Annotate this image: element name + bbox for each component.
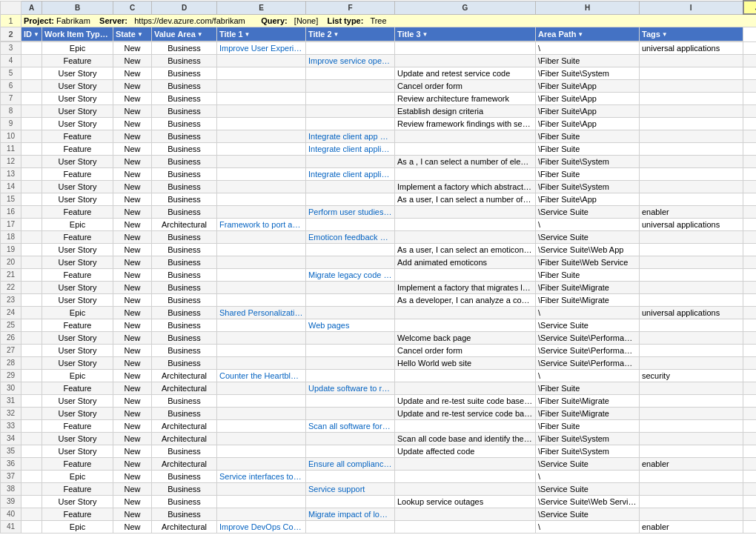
cell-title3[interactable] [395, 457, 536, 470]
cell-title3[interactable] [395, 142, 536, 155]
cell-title1[interactable] [217, 407, 306, 419]
cell-title1[interactable] [217, 508, 306, 520]
cell-title3[interactable] [395, 482, 536, 495]
cell-title1[interactable] [217, 130, 306, 142]
cell-title2[interactable] [306, 92, 395, 104]
cell-title2[interactable] [306, 193, 395, 205]
cell-title1[interactable] [217, 356, 306, 369]
cell-title2[interactable]: Integrate client application with popula… [306, 167, 395, 180]
cell-title1[interactable] [217, 54, 306, 67]
cell-id[interactable] [21, 193, 42, 205]
cell-title2[interactable] [306, 520, 395, 533]
cell-title3[interactable] [395, 167, 536, 180]
cell-title3[interactable] [395, 369, 536, 382]
filter-arrow-t1[interactable]: ▼ [245, 31, 251, 38]
cell-title3[interactable]: Implement a factory that migrates legacy… [395, 281, 536, 293]
cell-title3[interactable]: As a , I can select a number of elements [395, 155, 536, 167]
header-tags[interactable]: Tags▼ [640, 27, 743, 41]
cell-title3[interactable]: Update affected code [395, 445, 536, 457]
cell-title1[interactable] [217, 268, 306, 281]
cell-title3[interactable]: As a developer, I can analyze a code bas… [395, 293, 536, 306]
filter-arrow-ap[interactable]: ▼ [577, 31, 583, 38]
cell-title3[interactable] [395, 41, 536, 54]
cell-title1[interactable] [217, 205, 306, 218]
cell-title3[interactable] [395, 470, 536, 482]
cell-title1[interactable] [217, 180, 306, 193]
col-header-f[interactable]: F [306, 1, 395, 14]
cell-title1[interactable] [217, 319, 306, 331]
cell-id[interactable] [21, 67, 42, 79]
cell-title1[interactable] [217, 457, 306, 470]
cell-title2[interactable]: Integrate client application [306, 142, 395, 155]
cell-title3[interactable]: Scan all code base and identify the affe… [395, 432, 536, 445]
cell-title1[interactable] [217, 344, 306, 356]
cell-id[interactable] [21, 495, 42, 508]
cell-title1[interactable] [217, 293, 306, 306]
cell-title2[interactable]: Integrate client app with IM clients [306, 130, 395, 142]
cell-title3[interactable]: Update and retest service code [395, 67, 536, 79]
cell-title1[interactable] [217, 117, 306, 130]
cell-title2[interactable] [306, 394, 395, 407]
cell-id[interactable] [21, 369, 42, 382]
col-header-h[interactable]: H [536, 1, 640, 14]
filter-arrow-id[interactable]: ▼ [33, 31, 39, 38]
cell-title2[interactable] [306, 344, 395, 356]
cell-id[interactable] [21, 256, 42, 268]
filter-arrow-va[interactable]: ▼ [197, 31, 203, 38]
cell-title3[interactable] [395, 268, 536, 281]
cell-title2[interactable]: Web pages [306, 319, 395, 331]
cell-title1[interactable] [217, 67, 306, 79]
cell-title3[interactable]: As a user, I can select an emoticon and … [395, 243, 536, 256]
col-header-e[interactable]: E [217, 1, 306, 14]
filter-arrow-state[interactable]: ▼ [137, 31, 143, 38]
cell-title2[interactable]: Improve service operations [306, 54, 395, 67]
cell-title3[interactable] [395, 520, 536, 533]
cell-id[interactable] [21, 155, 42, 167]
cell-title1[interactable] [217, 92, 306, 104]
cell-title2[interactable] [306, 67, 395, 79]
cell-id[interactable] [21, 445, 42, 457]
cell-title3[interactable]: Hello World web site [395, 356, 536, 369]
cell-title3[interactable]: Welcome back page [395, 331, 536, 344]
cell-title3[interactable]: Update and re-test service code based af… [395, 407, 536, 419]
cell-title3[interactable] [395, 205, 536, 218]
col-header-d[interactable]: D [152, 1, 217, 14]
cell-id[interactable] [21, 218, 42, 230]
cell-title1[interactable] [217, 155, 306, 167]
header-state[interactable]: State▼ [113, 27, 152, 41]
cell-title1[interactable]: Shared Personalization and State [217, 306, 306, 319]
cell-id[interactable] [21, 41, 42, 54]
cell-id[interactable] [21, 130, 42, 142]
cell-id[interactable] [21, 520, 42, 533]
cell-title2[interactable] [306, 306, 395, 319]
cell-title1[interactable] [217, 445, 306, 457]
cell-id[interactable] [21, 356, 42, 369]
cell-title3[interactable]: Update and re-test suite code base affec… [395, 394, 536, 407]
cell-id[interactable] [21, 432, 42, 445]
header-value-area[interactable]: Value Area▼ [152, 27, 217, 41]
cell-title3[interactable]: Add animated emoticons [395, 256, 536, 268]
cell-title1[interactable] [217, 243, 306, 256]
cell-title3[interactable]: Review architecture framework [395, 92, 536, 104]
cell-title1[interactable] [217, 256, 306, 268]
cell-title3[interactable] [395, 319, 536, 331]
cell-title2[interactable] [306, 104, 395, 117]
cell-id[interactable] [21, 306, 42, 319]
cell-id[interactable] [21, 419, 42, 432]
cell-id[interactable] [21, 407, 42, 419]
cell-title1[interactable]: Service interfaces to support REST API [217, 470, 306, 482]
col-header-c[interactable]: C [113, 1, 152, 14]
cell-title2[interactable] [306, 293, 395, 306]
cell-title2[interactable]: Migrate impact of low coverage areas [306, 508, 395, 520]
col-header-a[interactable]: A [21, 1, 42, 14]
cell-id[interactable] [21, 394, 42, 407]
cell-title3[interactable]: As a user, I can select a number of supp… [395, 193, 536, 205]
cell-title3[interactable] [395, 306, 536, 319]
cell-title1[interactable]: Improve User Experience [217, 41, 306, 54]
cell-title2[interactable]: Ensure all compliance requirements are m… [306, 457, 395, 470]
cell-id[interactable] [21, 457, 42, 470]
cell-title1[interactable] [217, 495, 306, 508]
filter-arrow-t3[interactable]: ▼ [422, 31, 428, 38]
col-header-b[interactable]: B [42, 1, 113, 14]
cell-title2[interactable]: Scan all software for the Open SLL crypt… [306, 419, 395, 432]
